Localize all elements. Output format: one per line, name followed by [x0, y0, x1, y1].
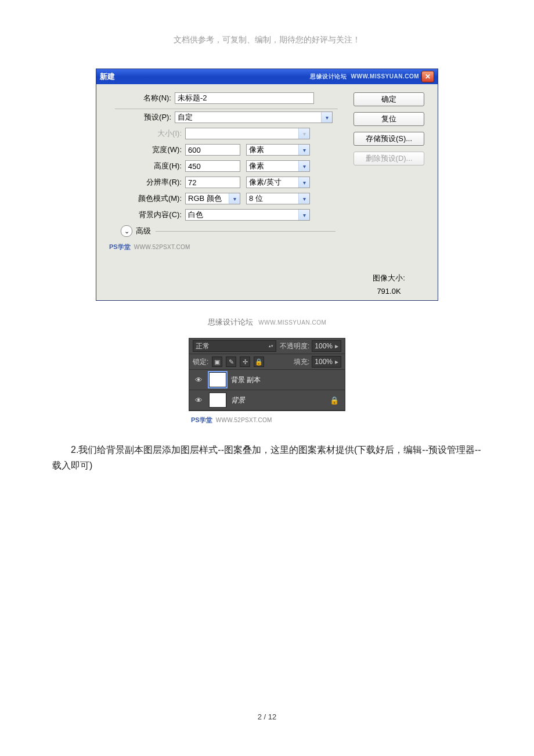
width-label: 宽度(W): [115, 145, 185, 155]
name-label: 名称(N): [104, 93, 175, 103]
height-input[interactable]: 450 [185, 160, 240, 172]
divider [156, 231, 335, 232]
fill-input[interactable]: 100%▸ [312, 356, 341, 368]
watermark: PS学堂 WWW.52PSXT.COM [104, 243, 338, 254]
lock-label: 锁定: [193, 357, 208, 367]
watermark: PS学堂 WWW.52PSXT.COM [189, 416, 345, 424]
watermark-url: WWW.52PSXT.COM [134, 244, 190, 250]
visibility-icon[interactable]: 👁 [193, 376, 204, 384]
colormode-select[interactable]: RGB 颜色 ▾ [185, 193, 240, 204]
updown-icon: ▴▾ [269, 344, 273, 348]
bitdepth-select[interactable]: 8 位 ▾ [246, 193, 310, 204]
lock-paint-icon[interactable]: ✎ [226, 357, 236, 367]
body-paragraph: 2.我们给背景副本图层添加图层样式--图案叠加，这里的图案素材提供(下载好后，编… [52, 442, 482, 473]
resolution-unit-select[interactable]: 像素/英寸 ▾ [246, 177, 310, 188]
chevron-down-icon: ▾ [321, 112, 332, 123]
delete-preset-button: 删除预设(D)... [353, 152, 424, 165]
height-unit-select[interactable]: 像素 ▾ [246, 160, 310, 172]
advanced-label: 高级 [136, 226, 151, 236]
size-select: ▾ [185, 128, 310, 139]
watermark-badge: PS学堂 [109, 243, 131, 251]
layer-thumbnail[interactable] [209, 372, 226, 387]
dialog-titlebar: 新建 思缘设计论坛 WWW.MISSYUAN.COM ✕ [96, 69, 438, 84]
reset-button[interactable]: 复位 [353, 112, 424, 126]
chevron-down-icon: ▾ [298, 128, 309, 139]
new-document-dialog: 新建 思缘设计论坛 WWW.MISSYUAN.COM ✕ 名称(N): 未标题-… [96, 69, 438, 301]
width-unit-select[interactable]: 像素 ▾ [246, 144, 310, 156]
layer-row[interactable]: 👁 背景 副本 [189, 370, 345, 390]
watermark-url: WWW.52PSXT.COM [216, 417, 272, 423]
header-note: 文档供参考，可复制、编制，期待您的好评与关注！ [0, 35, 534, 45]
visibility-icon[interactable]: 👁 [193, 396, 204, 405]
layer-name: 背景 副本 [231, 375, 341, 385]
watermark-badge: PS学堂 [191, 416, 212, 424]
ok-button[interactable]: 确定 [353, 92, 424, 106]
preset-label: 预设(P): [115, 112, 175, 123]
chevron-down-icon: ▾ [298, 161, 309, 171]
bgcontent-label: 背景内容(C): [115, 210, 185, 220]
chevron-down-icon: ▾ [298, 193, 309, 204]
colormode-label: 颜色模式(M): [115, 193, 185, 204]
bgcontent-select[interactable]: 白色 ▾ [185, 209, 310, 221]
advanced-toggle[interactable]: ⌄ [121, 225, 132, 237]
resolution-input[interactable]: 72 [185, 177, 240, 188]
chevron-down-icon: ▾ [298, 145, 309, 155]
name-input[interactable]: 未标题-2 [175, 92, 314, 104]
width-input[interactable]: 600 [185, 144, 240, 156]
image-size-label: 图像大小: [373, 273, 405, 283]
resolution-label: 分辨率(R): [115, 177, 185, 188]
dialog-title: 新建 [100, 71, 115, 82]
layer-name: 背景 [231, 395, 325, 405]
opacity-label: 不透明度: [280, 341, 309, 351]
titlebar-brand: 思缘设计论坛 WWW.MISSYUAN.COM [310, 73, 419, 81]
opacity-input[interactable]: 100%▸ [312, 340, 341, 352]
size-label: 大小(I): [115, 128, 185, 139]
mid-caption: 思缘设计论坛 WWW.MISSYUAN.COM [0, 317, 534, 327]
layer-thumbnail[interactable] [209, 393, 226, 408]
page-footer: 2 / 12 [0, 712, 534, 721]
preset-select[interactable]: 自定 ▾ [175, 111, 333, 123]
layers-panel: 正常 ▴▾ 不透明度: 100%▸ 锁定: ▣ ✎ ✢ 🔒 填充: 100 [189, 338, 345, 411]
height-label: 高度(H): [115, 161, 185, 171]
image-size-value: 791.0K [373, 287, 405, 296]
chevron-down-icon: ▸ [335, 358, 338, 366]
lock-transparency-icon[interactable]: ▣ [212, 357, 222, 367]
chevron-down-icon: ▾ [298, 177, 309, 188]
chevron-down-icon: ▾ [298, 210, 309, 220]
layer-row[interactable]: 👁 背景 🔒 [189, 390, 345, 411]
fill-label: 填充: [294, 357, 309, 367]
close-icon[interactable]: ✕ [421, 71, 434, 82]
lock-move-icon[interactable]: ✢ [240, 357, 250, 367]
save-preset-button[interactable]: 存储预设(S)... [353, 132, 424, 146]
blend-mode-select[interactable]: 正常 ▴▾ [193, 340, 276, 352]
chevron-down-icon: ▸ [335, 342, 338, 350]
lock-all-icon[interactable]: 🔒 [254, 357, 264, 367]
chevron-down-icon: ▾ [229, 193, 240, 204]
lock-icon: 🔒 [330, 396, 341, 405]
